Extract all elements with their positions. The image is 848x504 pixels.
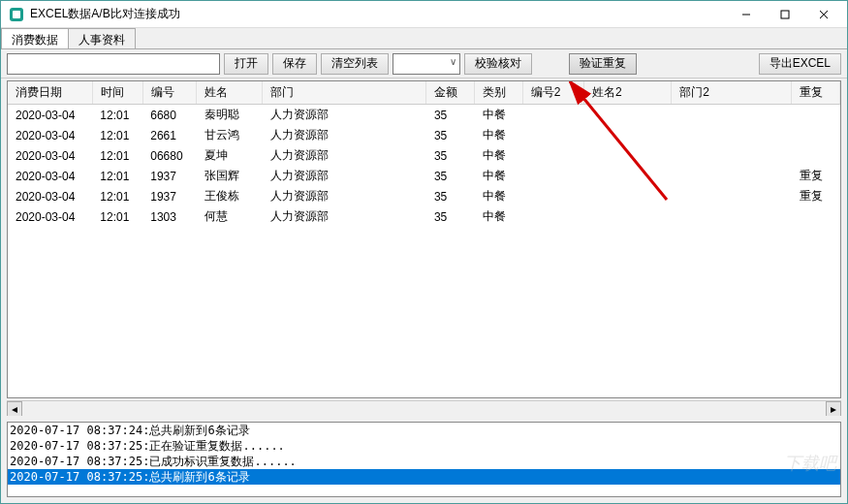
table-cell: 中餐 xyxy=(475,125,523,145)
table-cell: 中餐 xyxy=(475,166,523,186)
column-header[interactable]: 重复 xyxy=(792,81,840,105)
column-header[interactable]: 金额 xyxy=(426,81,475,105)
table-cell: 2020-03-04 xyxy=(8,166,92,186)
table-cell: 重复 xyxy=(792,186,840,206)
table-cell xyxy=(672,166,792,186)
save-button[interactable]: 保存 xyxy=(272,53,317,75)
clear-list-button[interactable]: 清空列表 xyxy=(321,53,389,75)
tab-personnel[interactable]: 人事资料 xyxy=(68,28,136,48)
column-header[interactable]: 类别 xyxy=(475,81,523,105)
titlebar: EXCEL数据A/B比对连接成功 xyxy=(1,1,847,28)
table-cell: 2020-03-04 xyxy=(8,145,92,166)
table-cell: 中餐 xyxy=(475,206,523,227)
log-panel[interactable]: 2020-07-17 08:37:24:总共刷新到6条记录2020-07-17 … xyxy=(7,422,841,497)
table-cell: 2020-03-04 xyxy=(8,206,92,227)
svg-rect-1 xyxy=(13,11,20,18)
table-row[interactable]: 2020-03-0412:012661甘云鸿人力资源部35中餐 xyxy=(8,125,840,145)
column-header[interactable]: 部门2 xyxy=(672,81,792,105)
table-cell xyxy=(583,206,671,227)
column-header[interactable]: 编号2 xyxy=(522,81,583,105)
table-cell: 35 xyxy=(426,105,475,126)
column-header[interactable]: 编号 xyxy=(142,81,197,105)
table-cell: 何慧 xyxy=(197,206,263,227)
table-cell xyxy=(522,166,583,186)
table-row[interactable]: 2020-03-0412:011303何慧人力资源部35中餐 xyxy=(8,206,840,227)
table-row[interactable]: 2020-03-0412:011937张国辉人力资源部35中餐重复 xyxy=(8,166,840,186)
chevron-down-icon: ∨ xyxy=(450,56,456,67)
log-line[interactable]: 2020-07-17 08:37:25:正在验证重复数据...... xyxy=(8,438,840,454)
table-cell xyxy=(583,186,671,206)
table-cell: 12:01 xyxy=(92,145,142,166)
app-icon xyxy=(9,7,24,22)
table-cell: 王俊栋 xyxy=(197,186,263,206)
horizontal-scrollbar[interactable]: ◂ ▸ xyxy=(7,400,841,416)
check-button[interactable]: 校验核对 xyxy=(464,53,532,75)
table-cell xyxy=(672,186,792,206)
table-cell: 06680 xyxy=(142,145,197,166)
app-window: EXCEL数据A/B比对连接成功 消费数据 人事资料 打开 保存 清空列表 ∨ … xyxy=(0,0,848,504)
maximize-button[interactable] xyxy=(766,2,804,27)
data-table-container[interactable]: 消费日期时间编号姓名部门金额类别编号2姓名2部门2重复 2020-03-0412… xyxy=(7,80,841,398)
table-cell: 重复 xyxy=(792,166,840,186)
log-line[interactable]: 2020-07-17 08:37:24:总共刷新到6条记录 xyxy=(8,423,840,438)
table-cell: 2020-03-04 xyxy=(8,105,92,126)
table-cell: 35 xyxy=(426,145,475,166)
table-cell: 12:01 xyxy=(92,125,142,145)
verify-duplicate-button[interactable]: 验证重复 xyxy=(569,53,637,75)
minimize-button[interactable] xyxy=(727,2,766,27)
table-cell: 甘云鸿 xyxy=(197,125,263,145)
table-cell xyxy=(522,125,583,145)
table-cell: 2661 xyxy=(142,125,197,145)
table-cell: 35 xyxy=(426,166,475,186)
table-cell: 人力资源部 xyxy=(263,105,426,126)
search-input[interactable] xyxy=(7,53,220,75)
table-cell xyxy=(583,125,671,145)
table-cell xyxy=(672,125,792,145)
table-cell: 2020-03-04 xyxy=(8,186,92,206)
table-cell xyxy=(792,206,840,227)
table-cell: 人力资源部 xyxy=(263,145,426,166)
column-header[interactable]: 部门 xyxy=(263,81,426,105)
table-cell: 中餐 xyxy=(475,105,523,126)
table-cell: 35 xyxy=(426,125,475,145)
table-cell xyxy=(672,145,792,166)
table-row[interactable]: 2020-03-0412:016680秦明聪人力资源部35中餐 xyxy=(8,105,840,126)
column-header[interactable]: 消费日期 xyxy=(8,81,92,105)
table-cell xyxy=(672,206,792,227)
close-button[interactable] xyxy=(804,2,843,27)
table-cell: 张国辉 xyxy=(197,166,263,186)
log-line[interactable]: 2020-07-17 08:37:25:已成功标识重复数据...... xyxy=(8,454,840,469)
tab-consumption[interactable]: 消费数据 xyxy=(1,28,69,48)
svg-rect-3 xyxy=(781,11,789,18)
table-row[interactable]: 2020-03-0412:011937王俊栋人力资源部35中餐重复 xyxy=(8,186,840,206)
export-excel-button[interactable]: 导出EXCEL xyxy=(759,53,841,75)
window-title: EXCEL数据A/B比对连接成功 xyxy=(30,6,727,22)
column-header[interactable]: 时间 xyxy=(92,81,142,105)
toolbar: 打开 保存 清空列表 ∨ 校验核对 验证重复 导出EXCEL xyxy=(1,49,847,79)
table-cell xyxy=(522,105,583,126)
table-cell xyxy=(583,105,671,126)
open-button[interactable]: 打开 xyxy=(224,53,268,75)
tab-bar: 消费数据 人事资料 xyxy=(1,28,847,49)
table-cell xyxy=(522,145,583,166)
column-header[interactable]: 姓名 xyxy=(197,81,263,105)
table-cell: 1937 xyxy=(142,166,197,186)
table-cell xyxy=(522,206,583,227)
table-cell: 12:01 xyxy=(92,186,142,206)
window-controls xyxy=(727,2,843,27)
table-cell: 1303 xyxy=(142,206,197,227)
scroll-left-icon[interactable]: ◂ xyxy=(7,401,22,417)
scroll-right-icon[interactable]: ▸ xyxy=(826,401,841,417)
log-line[interactable]: 2020-07-17 08:37:25:总共刷新到6条记录 xyxy=(8,469,840,485)
table-cell: 中餐 xyxy=(475,145,523,166)
splitter[interactable] xyxy=(1,416,847,420)
table-cell: 6680 xyxy=(142,105,197,126)
table-cell: 人力资源部 xyxy=(263,186,426,206)
table-row[interactable]: 2020-03-0412:0106680夏坤人力资源部35中餐 xyxy=(8,145,840,166)
table-cell: 12:01 xyxy=(92,105,142,126)
table-cell: 12:01 xyxy=(92,166,142,186)
table-cell xyxy=(672,105,792,126)
table-cell: 12:01 xyxy=(92,206,142,227)
column-header[interactable]: 姓名2 xyxy=(583,81,671,105)
table-cell xyxy=(583,145,671,166)
